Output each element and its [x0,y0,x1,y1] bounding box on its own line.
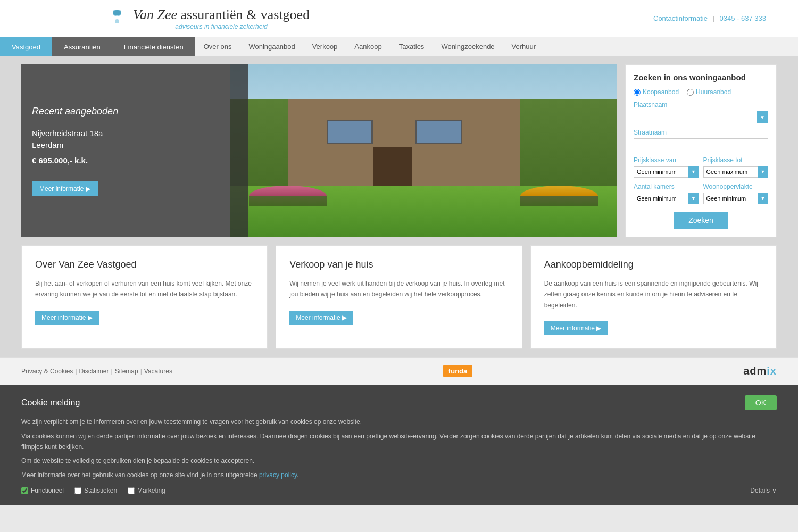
plaatsnaam-label: Plaatsnaam [634,101,768,109]
logo-tagline: adviseurs in financiële zekerheid [133,23,310,30]
rooms-row: Aantal kamers Geen minimum ▼ Woonoppervl… [634,183,768,204]
hero-image [230,64,617,237]
prijsklasse-tot-label: Prijsklasse tot [703,156,769,164]
nav-bar: Vastgoed Assurantiën Financiële diensten… [0,37,798,56]
sep2: | [111,368,113,375]
zoeken-button[interactable]: Zoeken [674,212,728,229]
tab-vastgoed[interactable]: Vastgoed [0,37,52,56]
cookie-header: Cookie melding OK [21,395,777,410]
plaatsnaam-select[interactable] [634,111,768,123]
cookie-text-3: Om de website te volledig te gebruiken d… [21,455,777,466]
admix-logo: admix [743,365,777,377]
funda-badge: funda [443,365,472,377]
prijsklasse-van-label: Prijsklasse van [634,156,699,164]
footer-privacy[interactable]: Privacy & Cookies [21,368,73,375]
card-text-2: De aankoop van een huis is een spannende… [544,278,763,311]
checkbox-marketing-label[interactable]: Marketing [128,487,165,494]
card-title-0: Over Van Zee Vastgoed [35,259,254,270]
plaatsnaam-wrapper: ▼ [634,111,768,123]
nav-woningaanbod[interactable]: Woningaanbod [240,37,303,56]
straatnaam-label: Straatnaam [634,129,768,136]
card-title-2: Aankoopbemiddeling [544,259,763,270]
cookie-checkboxes: Functioneel Statistieken Marketing [21,487,165,494]
prijsklasse-tot-select[interactable]: Geen maximum [703,166,769,178]
price-row: Prijsklasse van Geen minimum ▼ Prijsklas… [634,156,768,178]
phone-number: 0345 - 637 333 [720,14,766,22]
card-over-vastgoed: Over Van Zee Vastgoed Bij het aan- of ve… [21,245,268,349]
hero-address2: Leerdam [32,139,237,152]
cookie-footer: Functioneel Statistieken Marketing Detai… [21,487,777,494]
woonoppervlakte-label: Woonoppervlakte [703,183,769,190]
tab-assurantien[interactable]: Assurantiën [52,37,112,56]
checkbox-statistieken[interactable] [74,487,81,494]
footer-disclaimer[interactable]: Disclaimer [79,368,109,375]
card-aankoop: Aankoopbemiddeling De aankoop van een hu… [530,245,777,349]
cookie-text-4: Meer informatie over het gebruik van coo… [21,470,777,480]
card-text-1: Wij nemen je veel werk uit handen bij de… [289,278,508,300]
checkbox-functioneel-label[interactable]: Functioneel [21,487,64,494]
checkbox-functioneel[interactable] [21,487,28,494]
card-btn-0[interactable]: Meer informatie ▶ [35,311,99,325]
separator: | [713,14,714,22]
cookie-text-1: We zijn verplicht om je te informeren ov… [21,417,777,427]
cookie-title: Cookie melding [21,398,80,408]
hero-price: € 695.000,- k.k. [32,156,237,165]
card-verkoop: Verkoop van je huis Wij nemen je veel we… [276,245,522,349]
aantal-kamers-select[interactable]: Geen minimum [634,193,699,204]
privacy-link[interactable]: privacy policy [259,471,297,479]
footer-light: Privacy & Cookies | Disclaimer | Sitemap… [0,357,798,385]
logo: Van Zee assurantiën & vastgoed adviseurs… [106,6,310,30]
footer-sitemap[interactable]: Sitemap [115,368,138,375]
svg-point-3 [115,19,119,23]
aantal-kamers-label: Aantal kamers [634,183,699,190]
hero-overlay: Recent aangeboden Nijverheidstraat 18a L… [21,64,248,237]
nav-taxaties[interactable]: Taxaties [390,37,433,56]
nav-verhuur[interactable]: Verhuur [503,37,545,56]
header: Van Zee assurantiën & vastgoed adviseurs… [0,0,798,37]
radio-koopaanbod[interactable]: Koopaanbod [634,88,679,96]
nav-woningzoekende[interactable]: Woningzoekende [433,37,503,56]
nav-secondary: Over ons Woningaanbod Verkoop Aankoop Ta… [195,37,798,56]
contact-link[interactable]: Contactinformatie [653,14,708,22]
tab-financiele-diensten[interactable]: Financiële diensten [112,37,195,56]
logo-icon [106,6,128,30]
card-btn-2[interactable]: Meer informatie ▶ [544,321,608,335]
details-button[interactable]: Details ∨ [750,487,777,494]
nav-tabs: Vastgoed Assurantiën Financiële diensten [0,37,195,56]
cookie-ok-button[interactable]: OK [745,395,777,410]
hero-address1: Nijverheidstraat 18a [32,128,237,140]
nav-aankoop[interactable]: Aankoop [346,37,390,56]
nav-over-ons[interactable]: Over ons [195,37,240,56]
cards-section: Over Van Zee Vastgoed Bij het aan- of ve… [0,245,798,357]
footer-vacatures[interactable]: Vacatures [144,368,172,375]
logo-text: Van Zee assurantiën & vastgoed [133,7,310,23]
nav-verkoop[interactable]: Verkoop [304,37,346,56]
sep3: | [140,368,142,375]
footer-links: Privacy & Cookies | Disclaimer | Sitemap… [21,368,172,375]
woonoppervlakte-select[interactable]: Geen minimum [703,193,769,204]
hero-tag: Recent aangeboden [32,106,237,117]
radio-huuraanbod[interactable]: Huuraanbod [687,88,731,96]
checkbox-statistieken-label[interactable]: Statistieken [74,487,117,494]
cookie-bar: Cookie melding OK We zijn verplicht om j… [0,385,798,505]
main-content: Recent aangeboden Nijverheidstraat 18a L… [0,56,798,245]
search-panel: Zoeken in ons woningaanbod Koopaanbod Hu… [625,64,777,237]
radio-group: Koopaanbod Huuraanbod [634,88,768,96]
card-btn-1[interactable]: Meer informatie ▶ [289,311,353,325]
card-text-0: Bij het aan- of verkopen of verhuren van… [35,278,254,300]
prijsklasse-van-select[interactable]: Geen minimum [634,166,699,178]
straatnaam-input[interactable] [634,138,768,151]
svg-point-2 [113,10,121,15]
sep1: | [75,368,77,375]
contact-info: Contactinformatie | 0345 - 637 333 [653,14,766,22]
cookie-text-2: Via cookies kunnen wij en derde partijen… [21,431,777,453]
hero-section: Recent aangeboden Nijverheidstraat 18a L… [21,64,617,237]
card-title-1: Verkoop van je huis [289,259,508,270]
search-title: Zoeken in ons woningaanbod [634,73,768,82]
checkbox-marketing[interactable] [128,487,135,494]
hero-meer-informatie[interactable]: Meer informatie ▶ [32,181,98,196]
